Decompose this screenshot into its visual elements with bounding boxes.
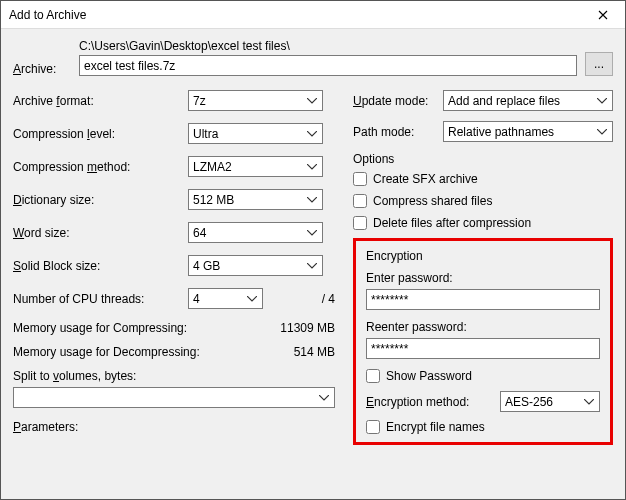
close-icon xyxy=(598,10,608,20)
parameters-label: Parameters: xyxy=(13,420,335,434)
compress-shared-label: Compress shared files xyxy=(373,194,492,208)
update-mode-select[interactable]: Add and replace files xyxy=(443,90,613,111)
enter-password-input[interactable] xyxy=(366,289,600,310)
archive-format-label: Archive format: xyxy=(13,94,188,108)
compress-shared-checkbox[interactable] xyxy=(353,194,367,208)
mem-decompress-label: Memory usage for Decompressing: xyxy=(13,345,200,359)
reenter-password-label: Reenter password: xyxy=(366,320,600,334)
delete-after-label: Delete files after compression xyxy=(373,216,531,230)
cpu-threads-total: / 4 xyxy=(269,292,335,306)
show-password-checkbox[interactable] xyxy=(366,369,380,383)
dictionary-size-select[interactable]: 512 MB xyxy=(188,189,323,210)
word-size-label: Word size: xyxy=(13,226,188,240)
encryption-method-select[interactable]: AES-256 xyxy=(500,391,600,412)
window-title: Add to Archive xyxy=(9,8,581,22)
dialog-content: Archive: C:\Users\Gavin\Desktop\excel te… xyxy=(1,29,625,499)
archive-label: Archive: xyxy=(13,62,71,76)
create-sfx-label: Create SFX archive xyxy=(373,172,478,186)
compression-level-select[interactable]: Ultra xyxy=(188,123,323,144)
update-mode-label: Update mode: xyxy=(353,94,443,108)
add-to-archive-dialog: Add to Archive Archive: C:\Users\Gavin\D… xyxy=(0,0,626,500)
compression-level-label: Compression level: xyxy=(13,127,188,141)
mem-decompress-value: 514 MB xyxy=(294,345,335,359)
show-password-label: Show Password xyxy=(386,369,472,383)
encrypt-filenames-checkbox[interactable] xyxy=(366,420,380,434)
delete-after-checkbox[interactable] xyxy=(353,216,367,230)
solid-block-size-label: Solid Block size: xyxy=(13,259,188,273)
encryption-title: Encryption xyxy=(366,249,600,263)
dictionary-size-label: Dictionary size: xyxy=(13,193,188,207)
reenter-password-input[interactable] xyxy=(366,338,600,359)
mem-compress-value: 11309 MB xyxy=(280,321,335,335)
path-mode-label: Path mode: xyxy=(353,125,443,139)
word-size-select[interactable]: 64 xyxy=(188,222,323,243)
path-mode-select[interactable]: Relative pathnames xyxy=(443,121,613,142)
archive-row: Archive: C:\Users\Gavin\Desktop\excel te… xyxy=(13,39,613,76)
enter-password-label: Enter password: xyxy=(366,271,600,285)
mem-compress-label: Memory usage for Compressing: xyxy=(13,321,187,335)
archive-path: C:\Users\Gavin\Desktop\excel test files\ xyxy=(79,39,577,53)
split-volumes-label: Split to volumes, bytes: xyxy=(13,369,335,383)
solid-block-size-select[interactable]: 4 GB xyxy=(188,255,323,276)
archive-format-select[interactable]: 7z xyxy=(188,90,323,111)
cpu-threads-label: Number of CPU threads: xyxy=(13,292,188,306)
options-title: Options xyxy=(353,152,613,166)
browse-button[interactable]: ... xyxy=(585,52,613,76)
cpu-threads-select[interactable]: 4 xyxy=(188,288,263,309)
archive-filename-combo[interactable]: excel test files.7z xyxy=(79,55,577,76)
encryption-group: Encryption Enter password: Reenter passw… xyxy=(353,238,613,445)
encryption-method-label: Encryption method: xyxy=(366,395,500,409)
close-button[interactable] xyxy=(581,1,625,29)
titlebar: Add to Archive xyxy=(1,1,625,29)
compression-method-select[interactable]: LZMA2 xyxy=(188,156,323,177)
compression-method-label: Compression method: xyxy=(13,160,188,174)
encrypt-filenames-label: Encrypt file names xyxy=(386,420,485,434)
create-sfx-checkbox[interactable] xyxy=(353,172,367,186)
split-volumes-combo[interactable] xyxy=(13,387,335,408)
